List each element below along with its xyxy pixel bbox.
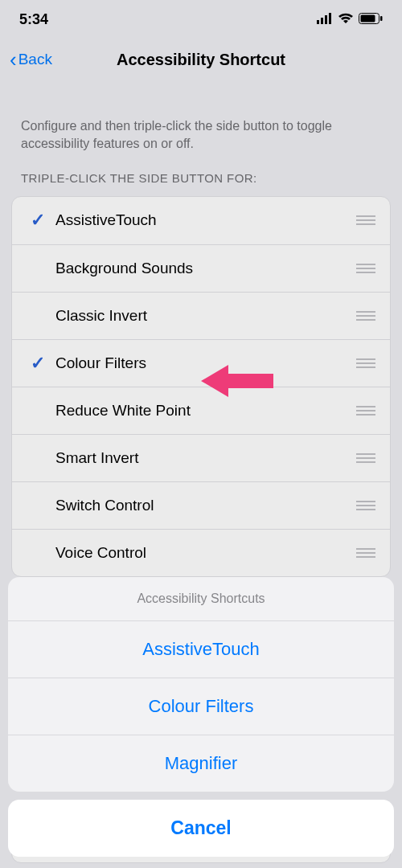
option-classic-invert[interactable]: Classic Invert [12,292,390,339]
svg-rect-2 [325,15,327,24]
nav-bar: ‹ Back Accessibility Shortcut [0,39,402,80]
drag-handle-icon[interactable] [356,453,379,463]
cellular-icon [317,11,333,28]
svg-rect-0 [317,20,319,24]
option-label: Switch Control [55,497,356,514]
option-label: Background Sounds [55,260,356,277]
drag-handle-icon[interactable] [356,548,379,558]
wifi-icon [338,11,354,28]
checkmark-icon: ✓ [20,210,55,231]
drag-handle-icon[interactable] [356,215,379,225]
annotation-arrow-icon [201,363,273,402]
option-label: Voice Control [55,544,356,562]
option-voice-control[interactable]: Voice Control [12,529,390,576]
svg-rect-5 [361,14,375,22]
status-bar: 5:34 [0,0,402,39]
sheet-title: Accessibility Shortcuts [8,577,394,620]
option-label: Reduce White Point [55,402,356,420]
sheet-option-magnifier[interactable]: Magnifier [8,735,394,792]
drag-handle-icon[interactable] [356,406,379,416]
drag-handle-icon[interactable] [356,264,379,273]
sheet-option-assistivetouch[interactable]: AssistiveTouch [8,620,394,678]
action-sheet-panel: Accessibility Shortcuts AssistiveTouch C… [8,577,394,792]
chevron-left-icon: ‹ [10,49,17,70]
content-scroll[interactable]: Configure and then triple-click the side… [0,80,402,577]
drag-handle-icon[interactable] [356,358,379,368]
page-title: Accessibility Shortcut [117,51,285,69]
status-indicators [317,11,383,28]
option-background-sounds[interactable]: Background Sounds [12,244,390,292]
svg-marker-7 [201,365,273,397]
sheet-option-colour-filters[interactable]: Colour Filters [8,678,394,735]
cancel-button[interactable]: Cancel [8,800,394,857]
drag-handle-icon[interactable] [356,501,379,510]
status-time: 5:34 [19,11,48,28]
battery-icon [359,11,383,28]
option-label: Classic Invert [55,307,356,325]
checkmark-icon: ✓ [20,353,55,374]
svg-rect-6 [380,16,383,21]
action-sheet: Accessibility Shortcuts AssistiveTouch C… [0,577,402,868]
intro-text: Configure and then triple-click the side… [0,80,402,171]
back-button[interactable]: ‹ Back [10,49,52,70]
drag-handle-icon[interactable] [356,311,379,321]
option-assistivetouch[interactable]: ✓ AssistiveTouch [12,197,390,244]
option-label: Smart Invert [55,449,356,467]
svg-rect-3 [329,13,331,24]
back-label: Back [18,51,52,68]
section-header: TRIPLE-CLICK THE SIDE BUTTON FOR: [0,171,402,193]
screen: 5:34 ‹ Back Accessibility Shortcut Confi… [0,0,402,868]
svg-rect-1 [321,18,323,24]
option-switch-control[interactable]: Switch Control [12,481,390,529]
option-smart-invert[interactable]: Smart Invert [12,434,390,481]
option-label: AssistiveTouch [55,211,356,229]
